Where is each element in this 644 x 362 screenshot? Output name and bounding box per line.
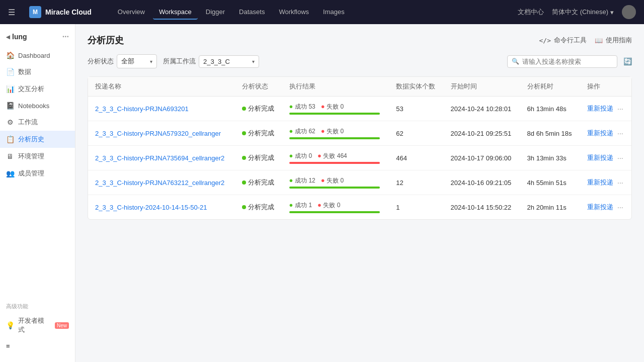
history-name-link[interactable]: 2_3_3_C-history-PRJNA579320_cellranger — [95, 130, 221, 137]
status-text: 分析完成 — [248, 104, 274, 113]
advanced-section-label: 高级功能 — [0, 297, 75, 312]
sidebar-item-env-label: 环境管理 — [18, 152, 44, 161]
topnav: ☰ M Miracle Cloud Overview Workspace Dig… — [0, 0, 644, 24]
nav-links: Overview Workspace Digger Datasets Workf… — [112, 5, 506, 20]
nav-datasets[interactable]: Datasets — [233, 5, 271, 20]
status-dot-icon — [242, 131, 246, 135]
nav-overview[interactable]: Overview — [112, 5, 151, 20]
sidebar-item-workflow[interactable]: ⚙ 工作流 — [0, 114, 75, 131]
env-icon: 🖥 — [6, 152, 14, 160]
language-selector[interactable]: 简体中文 (Chinese) ▾ — [552, 8, 614, 17]
table-row: 2_3_3_C-history-PRJNA763212_cellranger2 … — [88, 170, 631, 195]
action-cell: 重新投递 ··· — [587, 153, 624, 162]
result-text: ● 成功 1 ● 失败 0 — [289, 201, 382, 210]
history-name-link[interactable]: 2_3_3_C-history-PRJNA763212_cellranger2 — [95, 179, 224, 187]
history-name-link[interactable]: 2_3_3_C-history-2024-10-14-15-50-21 — [95, 204, 207, 211]
sidebar-item-interactive[interactable]: 📊 交互分析 — [0, 80, 75, 98]
page-actions: </> 命令行工具 📖 使用指南 — [539, 36, 632, 45]
success-count: 成功 53 — [295, 103, 315, 110]
sidebar-item-history[interactable]: 📋 分析历史 — [0, 131, 75, 148]
sidebar-item-members[interactable]: 👥 成员管理 — [0, 165, 75, 182]
workflow-filter-arrow-icon: ▾ — [252, 59, 255, 64]
cli-button[interactable]: </> 命令行工具 — [539, 36, 587, 45]
action-cell: 重新投递 ··· — [587, 104, 624, 113]
guide-button[interactable]: 📖 使用指南 — [595, 36, 632, 45]
notebooks-icon: 📓 — [6, 102, 14, 110]
status-badge: 分析完成 — [242, 104, 275, 113]
search-box: 🔍 — [507, 55, 617, 68]
sidebar-item-notebooks[interactable]: 📓 Notebooks — [0, 98, 75, 114]
cli-icon: </> — [539, 37, 551, 44]
main-content: 分析历史 </> 命令行工具 📖 使用指南 分析状态 全部 ▾ — [75, 24, 644, 362]
more-actions-icon[interactable]: ··· — [617, 129, 623, 137]
more-actions-icon[interactable]: ··· — [617, 178, 623, 187]
col-action: 操作 — [580, 77, 631, 97]
table-row: 2_3_3_C-history-PRJNA735694_cellranger2 … — [88, 146, 631, 170]
logo[interactable]: M Miracle Cloud — [29, 6, 92, 18]
workflow-filter-select[interactable]: 2_3_3_C ▾ — [199, 55, 259, 68]
history-name-link[interactable]: 2_3_3_C-history-PRJNA693201 — [95, 105, 189, 113]
status-text: 分析完成 — [248, 153, 274, 162]
sidebar-item-data-label: 数据 — [18, 67, 31, 76]
workflow-icon: ⚙ — [6, 118, 14, 126]
more-actions-icon[interactable]: ··· — [617, 154, 623, 162]
menu-toggle-icon[interactable]: ☰ — [8, 8, 15, 17]
fail-count: 失败 0 — [327, 177, 344, 184]
nav-workspace[interactable]: Workspace — [153, 5, 198, 20]
sidebar-item-workflow-label: 工作流 — [18, 118, 38, 127]
data-icon: 📄 — [6, 68, 14, 76]
status-badge: 分析完成 — [242, 178, 275, 187]
sidebar-item-env[interactable]: 🖥 环境管理 — [0, 148, 75, 165]
logo-text: Miracle Cloud — [45, 8, 92, 16]
result-bar: ● 成功 53 ● 失败 0 — [289, 103, 382, 115]
duration: 3h 13min 33s — [520, 146, 580, 170]
search-input[interactable] — [522, 58, 613, 65]
user-avatar[interactable] — [622, 5, 636, 19]
resubmit-button[interactable]: 重新投递 — [587, 153, 613, 162]
language-arrow-icon: ▾ — [610, 9, 614, 16]
cli-label: 命令行工具 — [554, 36, 587, 45]
progress-bar-track — [289, 137, 380, 139]
success-count: 成功 0 — [295, 152, 312, 159]
result-text: ● 成功 12 ● 失败 0 — [289, 176, 382, 185]
start-time: 2024-10-21 09:25:51 — [444, 121, 520, 146]
history-name-link[interactable]: 2_3_3_C-history-PRJNA735694_cellranger2 — [95, 154, 224, 162]
status-text: 分析完成 — [248, 203, 274, 212]
resubmit-button[interactable]: 重新投递 — [587, 178, 613, 187]
action-cell: 重新投递 ··· — [587, 203, 624, 212]
fail-dot-icon: ● — [321, 103, 325, 110]
workspace-more-icon[interactable]: ··· — [62, 32, 69, 41]
fail-count: 失败 464 — [323, 152, 347, 159]
collapse-icon: ≡ — [6, 342, 10, 350]
workspace-name-button[interactable]: ◀ lung — [6, 33, 27, 41]
action-cell: 重新投递 ··· — [587, 178, 624, 187]
sidebar-item-dashboard[interactable]: 🏠 Dashboard — [0, 47, 75, 63]
success-dot-icon: ● — [289, 176, 293, 184]
resubmit-button[interactable]: 重新投递 — [587, 203, 613, 212]
progress-bar-success — [289, 211, 380, 213]
status-filter-select[interactable]: 全部 ▾ — [117, 54, 157, 68]
resubmit-button[interactable]: 重新投递 — [587, 104, 613, 113]
duration: 2h 20min 11s — [520, 195, 580, 220]
table-row: 2_3_3_C-history-PRJNA693201 分析完成 ● 成功 53… — [88, 97, 631, 121]
nav-digger[interactable]: Digger — [200, 5, 231, 20]
more-actions-icon[interactable]: ··· — [617, 203, 623, 211]
progress-bar-success — [289, 137, 380, 139]
status-filter-arrow-icon: ▾ — [150, 59, 152, 64]
sidebar-item-data[interactable]: 📄 数据 — [0, 63, 75, 80]
progress-bar-track — [289, 162, 380, 164]
sidebar-collapse-button[interactable]: ≡ — [0, 338, 75, 354]
sidebar-item-devmode[interactable]: 💡 开发者模式 New — [0, 312, 75, 338]
search-icon: 🔍 — [512, 58, 519, 65]
more-actions-icon[interactable]: ··· — [617, 105, 623, 113]
refresh-button[interactable]: 🔄 — [623, 57, 632, 65]
nav-images[interactable]: Images — [317, 5, 351, 20]
workspace-selector: ◀ lung ··· — [0, 28, 75, 47]
status-dot-icon — [242, 156, 246, 160]
entity-count: 62 — [389, 121, 443, 146]
entity-count: 1 — [389, 195, 443, 220]
nav-workflows[interactable]: Workflows — [273, 5, 315, 20]
resubmit-button[interactable]: 重新投递 — [587, 129, 613, 138]
status-dot-icon — [242, 180, 246, 185]
doc-center-button[interactable]: 文档中心 — [518, 8, 544, 17]
